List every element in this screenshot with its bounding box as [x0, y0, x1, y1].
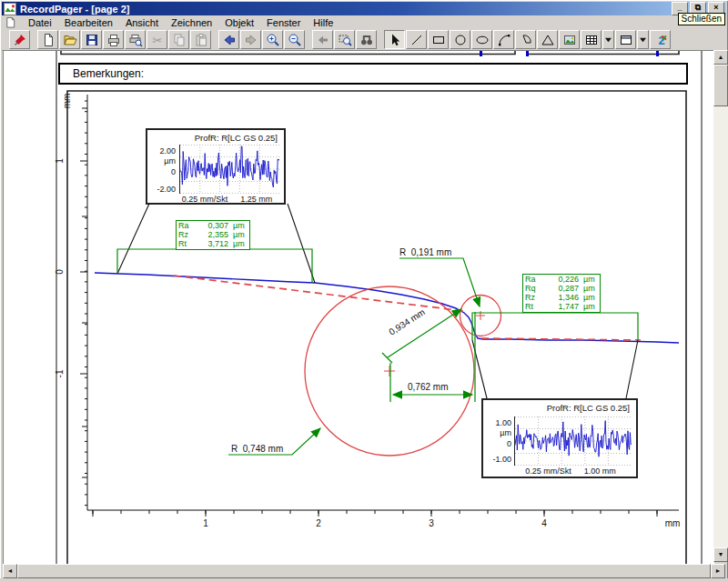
forward-button[interactable] — [240, 30, 261, 49]
save-icon — [85, 33, 99, 47]
inset-y-min: -1.00 — [483, 455, 511, 464]
image-tool-button[interactable] — [559, 30, 580, 49]
svg-text:0,762 mm: 0,762 mm — [408, 382, 448, 392]
print-button[interactable] — [103, 30, 124, 49]
line-tool-button[interactable] — [406, 30, 427, 49]
roughness-table-left[interactable]: Ra0,307µm Rz2,355µm Rt3,712µm — [176, 220, 250, 250]
menu-bearbeiten[interactable]: Bearbeiten — [58, 16, 119, 29]
roughness-signal — [180, 145, 279, 194]
frame-icon — [619, 33, 633, 47]
menu-zeichnen[interactable]: Zeichnen — [165, 16, 218, 29]
page-2-icon: 2 — [653, 33, 668, 47]
scroll-up-button[interactable]: ▲ — [713, 50, 728, 65]
vertical-scrollbar[interactable]: ▲ ▼ — [713, 50, 728, 562]
arc-tool-button[interactable] — [493, 30, 514, 49]
header-box-left-partial[interactable] — [61, 51, 515, 55]
zoom-out-button[interactable] — [284, 30, 305, 49]
scroll-right-button[interactable]: ► — [711, 564, 725, 578]
profile-inset-right[interactable]: ProfR: R[LC GS 0.25] 1.00 µm 0 -1.00 0.2… — [481, 398, 638, 478]
image-icon — [562, 33, 577, 47]
fitted-line-left[interactable] — [174, 276, 464, 311]
circle-tool-button[interactable] — [450, 30, 470, 49]
inset-x-scale-row: 0.25 mm/Skt1.00 mm — [511, 467, 631, 476]
arc-icon — [497, 33, 511, 47]
line-icon — [410, 33, 424, 47]
menu-ansicht[interactable]: Ansicht — [119, 16, 165, 29]
y-tick-1: 1 — [55, 158, 65, 164]
find-button[interactable] — [356, 30, 377, 49]
table-icon — [584, 33, 599, 47]
zoom-in-button[interactable] — [262, 30, 283, 49]
copy-button[interactable] — [168, 30, 189, 49]
scroll-left-button[interactable]: ◄ — [3, 564, 17, 578]
x-tick-3: 3 — [429, 518, 434, 528]
table-dropdown-button[interactable] — [602, 30, 614, 49]
horizontal-scrollbar[interactable]: ◄ ► — [3, 564, 725, 578]
rectangle-tool-button[interactable] — [428, 30, 449, 49]
document-view[interactable]: 1 2 3 4 mm 1 0 -1 mm — [3, 50, 714, 564]
dimension-diagonal[interactable]: 0,934 mm — [382, 306, 461, 363]
inset-y-zero: 0 — [483, 439, 511, 448]
table-row: Rz2,355µm — [178, 230, 248, 239]
page-wizard-button[interactable]: 2 — [650, 30, 671, 49]
horizontal-scroll-thumb[interactable] — [17, 564, 711, 578]
chevron-down-icon — [639, 36, 647, 43]
arrow-forward-icon — [244, 33, 258, 47]
remarks-box[interactable]: Bemerkungen: — [58, 63, 688, 85]
pointer-tool-button[interactable] — [384, 30, 405, 49]
scroll-down-button[interactable]: ▼ — [713, 547, 728, 562]
document-icon — [5, 16, 16, 28]
frame-dropdown-button[interactable] — [637, 30, 649, 49]
x-axis-unit: mm — [665, 518, 681, 528]
table-row: Ra0,307µm — [178, 221, 248, 230]
dimension-radius-small[interactable]: R 0,191 mm — [399, 247, 480, 306]
inset-plot — [179, 145, 279, 194]
table-row: Rz1,346µm — [525, 293, 598, 302]
print-preview-button[interactable] — [125, 30, 146, 49]
inset-y-zero: 0 — [147, 167, 176, 176]
table-row: Ra0,226µm — [525, 275, 598, 284]
window-bottom-border — [0, 578, 728, 582]
back-button[interactable] — [218, 30, 239, 49]
y-axis-unit: mm — [62, 94, 72, 109]
paste-icon — [194, 33, 208, 47]
window-title: RecordPager - [page 2] — [20, 4, 129, 15]
arrow-back-icon — [222, 33, 237, 47]
inset-plot — [514, 416, 632, 466]
dimension-radius-large[interactable]: R 0,748 mm — [228, 428, 320, 455]
menu-objekt[interactable]: Objekt — [218, 16, 260, 29]
previous-view-button[interactable] — [312, 30, 333, 49]
ellipse-tool-button[interactable] — [471, 30, 492, 49]
header-box-right-partial[interactable] — [527, 51, 679, 55]
zoom-out-icon — [288, 33, 302, 47]
zoom-region-button[interactable] — [334, 30, 355, 49]
open-folder-icon — [63, 33, 77, 47]
circle-center-mark-large — [384, 366, 395, 376]
new-document-button[interactable] — [37, 30, 58, 49]
app-window: RecordPager - [page 2] _ ⧉ × Schließen D… — [0, 0, 728, 582]
pin-button[interactable] — [9, 30, 30, 49]
roughness-table-right[interactable]: Ra0,226µm Rq0,287µm Rz1,346µm Rt1,747µm — [522, 274, 601, 313]
profile-inset-left[interactable]: ProfR: R[LC GS 0.25] 2.00 µm 0 -2.00 0.2… — [146, 128, 286, 205]
cut-icon: ✂ — [150, 33, 165, 47]
cut-button[interactable]: ✂ — [147, 30, 167, 49]
vertical-scroll-thumb[interactable] — [713, 65, 728, 106]
x-tick-1: 1 — [203, 518, 208, 528]
open-folder-button[interactable] — [59, 30, 80, 49]
title-bar[interactable]: RecordPager - [page 2] _ ⧉ × — [2, 2, 726, 15]
pointer-icon — [388, 33, 402, 47]
pin-icon — [13, 33, 27, 47]
frame-tool-button[interactable] — [615, 30, 636, 49]
save-button[interactable] — [81, 30, 102, 49]
svg-text:0,934 mm: 0,934 mm — [387, 306, 426, 336]
pie-tool-button[interactable] — [515, 30, 536, 49]
arrow-left-gray-icon — [316, 33, 330, 47]
menu-hilfe[interactable]: Hilfe — [307, 16, 339, 29]
roughness-signal — [515, 416, 632, 466]
paste-button[interactable] — [190, 30, 211, 49]
table-tool-button[interactable] — [581, 30, 602, 49]
menu-datei[interactable]: Datei — [22, 16, 58, 29]
menu-fenster[interactable]: Fenster — [260, 16, 307, 29]
triangle-tool-button[interactable] — [537, 30, 558, 49]
svg-text:2: 2 — [658, 34, 664, 47]
